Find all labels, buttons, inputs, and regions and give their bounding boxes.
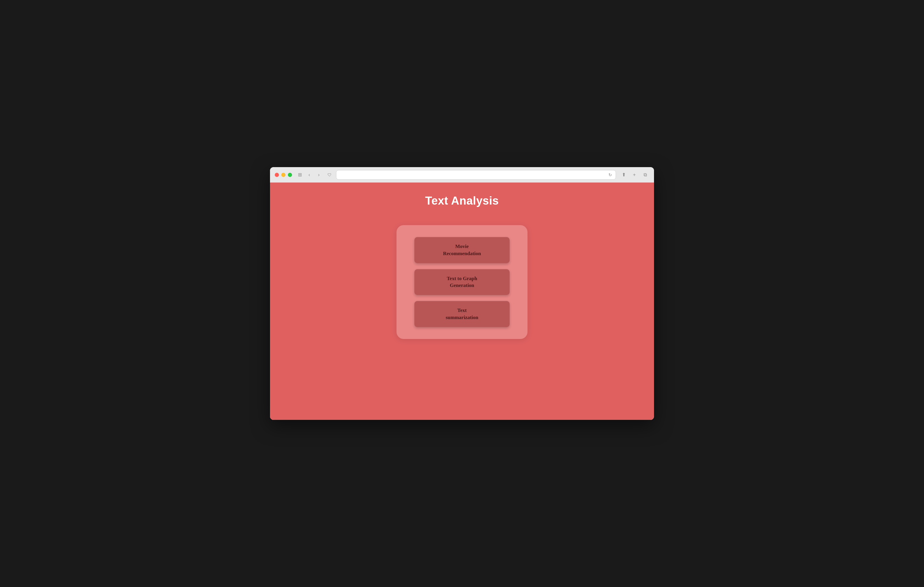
url-input[interactable]: localhost <box>340 173 606 177</box>
text-to-graph-button[interactable]: Text to GraphGeneration <box>414 269 510 295</box>
text-summarization-button[interactable]: Textsummarization <box>414 301 510 327</box>
new-tab-button[interactable]: + <box>630 171 639 179</box>
shield-icon: 🛡 <box>327 172 333 178</box>
page-title: Text Analysis <box>425 194 498 207</box>
reload-icon[interactable]: ↻ <box>609 173 612 177</box>
back-button[interactable]: ‹ <box>305 171 314 179</box>
maximize-button[interactable] <box>288 173 292 177</box>
movie-recommendation-label: MovieRecommendation <box>443 243 481 257</box>
movie-recommendation-button[interactable]: MovieRecommendation <box>414 237 510 263</box>
browser-actions: ⬆ + ⧉ <box>619 171 649 179</box>
browser-content: Text Analysis MovieRecommendation Text t… <box>270 183 654 420</box>
browser-chrome: ⊞ ‹ › 🛡 localhost ↻ ⬆ + ⧉ <box>270 167 654 183</box>
tab-overview-button[interactable]: ⧉ <box>641 171 649 179</box>
text-summarization-label: Textsummarization <box>446 307 478 320</box>
address-bar[interactable]: localhost ↻ <box>336 170 616 179</box>
close-button[interactable] <box>275 173 279 177</box>
minimize-button[interactable] <box>281 173 285 177</box>
browser-window: ⊞ ‹ › 🛡 localhost ↻ ⬆ + ⧉ Text Analysis … <box>270 167 654 420</box>
nav-buttons: ⊞ ‹ › <box>295 171 323 179</box>
forward-button[interactable]: › <box>315 171 323 179</box>
share-button[interactable]: ⬆ <box>619 171 628 179</box>
traffic-lights <box>275 173 292 177</box>
menu-card: MovieRecommendation Text to GraphGenerat… <box>396 225 528 339</box>
text-to-graph-label: Text to GraphGeneration <box>447 276 477 288</box>
sidebar-toggle-button[interactable]: ⊞ <box>295 171 304 179</box>
